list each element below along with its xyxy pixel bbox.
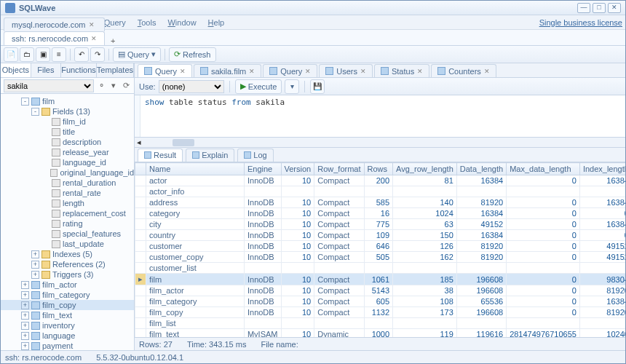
table-row[interactable]: ▸filmInnoDB10Compact10611851966080983046… [135, 274, 626, 285]
cell[interactable]: 10 [281, 329, 314, 338]
table-row[interactable]: addressInnoDB10Compact585140819200163846… [135, 197, 626, 208]
tree-expand-icon[interactable]: + [31, 271, 39, 279]
sql-editor[interactable]: show table status from sakila [135, 95, 625, 138]
cell[interactable]: 63 [393, 219, 457, 230]
cell[interactable]: Compact [314, 175, 364, 186]
cell[interactable] [281, 263, 314, 274]
tree-expand-icon[interactable]: + [31, 250, 39, 258]
tree-node[interactable]: special_features [1, 229, 134, 239]
column-header[interactable]: Version [281, 163, 314, 175]
tree-expand-icon[interactable]: + [21, 342, 29, 350]
cell[interactable]: Compact [314, 241, 364, 252]
maximize-button[interactable]: □ [593, 3, 606, 13]
editor-scrollbar[interactable]: ◂ [135, 138, 625, 148]
cell[interactable]: 16384 [579, 175, 625, 186]
tree-node[interactable]: language_id [1, 157, 134, 167]
tree-expand-icon[interactable]: + [31, 261, 39, 269]
table-row[interactable]: film_list [135, 318, 626, 329]
table-row[interactable]: countryInnoDB10Compact109150163840062914… [135, 230, 626, 241]
column-header[interactable]: Index_length [579, 163, 625, 175]
menu-tools[interactable]: Tools [132, 17, 162, 28]
minimize-button[interactable]: — [577, 3, 590, 13]
cell[interactable] [507, 186, 580, 197]
tree-node[interactable]: rental_duration [1, 178, 134, 188]
table-row[interactable]: film_actorInnoDB10Compact514338196608081… [135, 285, 626, 296]
cell[interactable] [364, 186, 393, 197]
tool-button[interactable]: ↷ [90, 47, 105, 62]
sort-dropdown-icon[interactable]: ▾ [108, 81, 119, 91]
tree-node[interactable]: rating [1, 218, 134, 229]
cell[interactable]: 16384 [456, 230, 506, 241]
result-tab-explain[interactable]: Explain [186, 149, 234, 162]
cell[interactable] [244, 263, 281, 274]
cell[interactable]: 1061 [364, 274, 393, 285]
cell[interactable]: InnoDB [244, 175, 281, 186]
cell[interactable] [364, 318, 393, 329]
cell[interactable]: 1024 [393, 208, 457, 219]
cell[interactable]: 281474976710655 [507, 329, 580, 338]
cell[interactable]: 140 [393, 197, 457, 208]
tree-expand-icon[interactable]: + [21, 281, 29, 289]
cell[interactable]: 16384 [456, 175, 506, 186]
execute-button[interactable]: ▶Execute [235, 79, 282, 94]
query-tab[interactable]: Query ✕ [263, 64, 317, 77]
cell[interactable]: 108 [393, 296, 457, 307]
cell[interactable]: InnoDB [244, 285, 281, 296]
cell[interactable]: 0 [507, 241, 580, 252]
cell[interactable]: 605 [364, 296, 393, 307]
cell[interactable] [393, 263, 457, 274]
tree-node[interactable]: length [1, 198, 134, 208]
cell[interactable]: 10 [281, 175, 314, 186]
new-connection-button[interactable]: + [106, 36, 119, 45]
cell[interactable] [507, 263, 580, 274]
column-header[interactable]: Avg_row_length [393, 163, 457, 175]
cell[interactable]: 49152 [456, 219, 506, 230]
cell[interactable]: 81920 [579, 307, 625, 318]
cell[interactable]: 10 [281, 274, 314, 285]
cell[interactable]: Compact [314, 208, 364, 219]
cell[interactable]: InnoDB [244, 252, 281, 263]
cell[interactable] [456, 186, 506, 197]
cell[interactable]: 10240 [579, 329, 625, 338]
cell[interactable]: 0 [507, 285, 580, 296]
cell[interactable]: Compact [314, 285, 364, 296]
cell[interactable]: 65536 [456, 296, 506, 307]
tree-node[interactable]: -Fields (13) [1, 106, 134, 116]
column-header[interactable]: Engine [244, 163, 281, 175]
column-header[interactable]: Data_length [456, 163, 506, 175]
tool-button[interactable]: ↶ [74, 47, 89, 62]
cell[interactable]: 81920 [456, 252, 506, 263]
tree-expand-icon[interactable]: + [21, 322, 29, 330]
cell[interactable]: 10 [281, 296, 314, 307]
cell[interactable]: 10 [281, 285, 314, 296]
cell[interactable]: Compact [314, 274, 364, 285]
table-row[interactable]: film_copyInnoDB10Compact1132173196608081… [135, 307, 626, 318]
cell[interactable] [507, 318, 580, 329]
tool-button[interactable]: 🗀 [20, 47, 34, 62]
cell[interactable] [579, 318, 625, 329]
cell[interactable]: 49152 [579, 252, 625, 263]
cell[interactable]: 10 [281, 230, 314, 241]
cell[interactable] [281, 186, 314, 197]
tree-node[interactable]: last_update [1, 239, 134, 249]
cell[interactable]: Compact [314, 252, 364, 263]
cell[interactable]: 5143 [364, 285, 393, 296]
tree-node[interactable]: release_year [1, 147, 134, 157]
tree-node[interactable]: +Triggers (3) [1, 269, 134, 280]
cell[interactable]: InnoDB [244, 241, 281, 252]
column-header[interactable]: Name [146, 163, 245, 175]
tree-node[interactable]: +film_text [1, 310, 134, 320]
cell[interactable]: 0 [507, 219, 580, 230]
close-button[interactable]: ✕ [608, 3, 621, 13]
cell[interactable]: 162 [393, 252, 457, 263]
cell[interactable]: 16384 [579, 219, 625, 230]
tool-button[interactable]: 📄 [4, 47, 18, 62]
cell[interactable]: InnoDB [244, 197, 281, 208]
tree-expand-icon[interactable]: - [21, 98, 29, 106]
close-tab-icon[interactable]: ✕ [360, 68, 366, 75]
tree-node[interactable]: description [1, 137, 134, 147]
save-button[interactable]: 💾 [310, 79, 325, 94]
cell[interactable]: 0 [507, 230, 580, 241]
cell[interactable]: 119 [393, 329, 457, 338]
column-header[interactable]: Max_data_length [507, 163, 580, 175]
